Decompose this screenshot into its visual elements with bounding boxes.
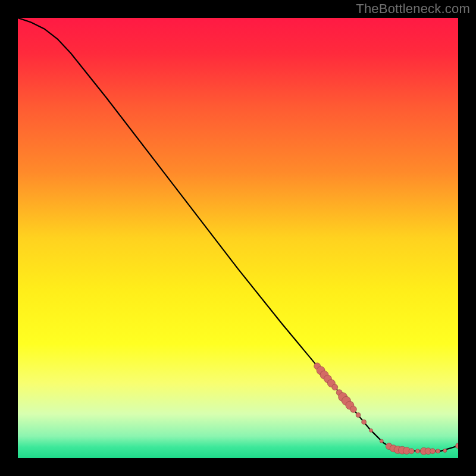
highlight-point bbox=[436, 449, 440, 453]
chart-svg bbox=[18, 18, 458, 458]
highlight-point bbox=[409, 449, 414, 454]
highlight-point bbox=[356, 412, 361, 417]
watermark: TheBottleneck.com bbox=[356, 1, 470, 17]
highlight-point bbox=[415, 449, 419, 453]
plot-area bbox=[18, 18, 458, 458]
highlight-point bbox=[332, 384, 338, 390]
highlight-point bbox=[380, 439, 383, 443]
highlight-point bbox=[369, 428, 372, 432]
highlight-point bbox=[443, 449, 447, 452]
highlight-point bbox=[350, 406, 356, 412]
highlight-point bbox=[430, 449, 436, 454]
chart-frame: TheBottleneck.com bbox=[0, 0, 476, 476]
chart-background bbox=[18, 18, 458, 458]
highlight-point bbox=[362, 419, 367, 424]
